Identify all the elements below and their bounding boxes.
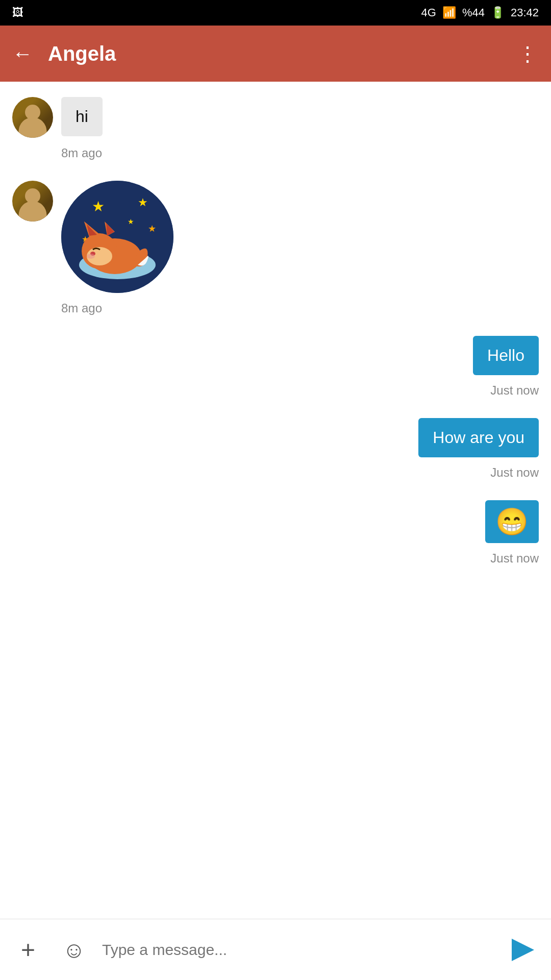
clock: 23:42 [511,6,539,19]
emoji-icon: ☺ [63,937,86,963]
contact-name: Angela [48,42,517,65]
send-icon [512,939,534,961]
svg-point-16 [87,254,95,259]
message-bubble: hi [61,97,103,136]
fox-sticker-svg: ★ ★ ★ ★ ★ [61,181,173,293]
chat-area: hi 8m ago ★ ★ ★ ★ ★ [0,82,551,919]
avatar [12,181,53,222]
overflow-menu-button[interactable]: ⋮ [517,42,539,65]
notification-icon: 🖼 [12,6,23,19]
network-indicator: 4G [421,6,436,19]
message-row: Hello [12,336,539,375]
message-group-1: hi 8m ago [12,97,539,160]
status-bar: 🖼 4G 📶 %44 🔋 23:42 [0,0,551,26]
message-group-4: How are you Just now [12,418,539,480]
message-group-5: 😁 Just now [12,500,539,566]
battery-icon: 🔋 [491,6,505,19]
sticker-bubble: ★ ★ ★ ★ ★ [61,181,173,293]
message-timestamp: 8m ago [61,146,539,160]
message-timestamp: 8m ago [61,301,539,315]
message-row: hi [12,97,539,138]
emoji-bubble: 😁 [485,500,539,543]
avatar [12,97,53,138]
svg-text:★: ★ [128,217,134,226]
message-row: 😁 [12,500,539,543]
message-group-3: Hello Just now [12,336,539,398]
svg-text:★: ★ [138,196,148,209]
svg-text:★: ★ [92,199,105,214]
message-input[interactable] [102,932,495,968]
message-group-2: ★ ★ ★ ★ ★ [12,181,539,315]
plus-icon: + [21,936,35,964]
add-button[interactable]: + [10,932,46,968]
message-bubble: Hello [473,336,539,375]
input-bar: + ☺ [0,919,551,980]
message-row: How are you [12,418,539,457]
message-timestamp: Just now [12,383,539,398]
emoji-button[interactable]: ☺ [56,932,92,968]
message-bubble: How are you [418,418,539,457]
app-bar: ← Angela ⋮ [0,26,551,82]
message-row: ★ ★ ★ ★ ★ [12,181,539,293]
svg-text:★: ★ [148,224,156,234]
signal-icon: 📶 [442,6,456,19]
back-button[interactable]: ← [12,42,33,65]
message-timestamp: Just now [12,465,539,480]
send-button[interactable] [505,932,541,968]
battery-text: %44 [462,6,485,19]
message-timestamp: Just now [12,551,539,566]
